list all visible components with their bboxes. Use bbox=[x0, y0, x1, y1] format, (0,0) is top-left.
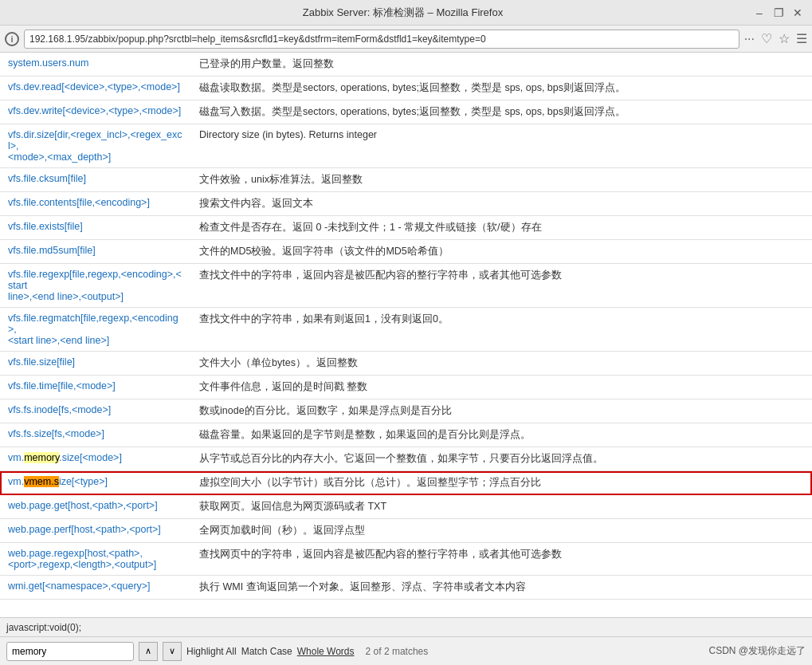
item-key[interactable]: vfs.file.md5sum[file] bbox=[0, 240, 191, 264]
find-next-button[interactable]: ∨ bbox=[163, 642, 182, 661]
bookmark-button[interactable]: ♡ bbox=[761, 31, 772, 46]
item-key[interactable]: vfs.dev.read[<device>,<type>,<mode>] bbox=[0, 77, 191, 100]
table-row: vfs.file.md5sum[file]文件的MD5校验。返回字符串（该文件的… bbox=[0, 240, 812, 264]
match-case-label[interactable]: Match Case bbox=[241, 646, 292, 657]
url-input[interactable] bbox=[24, 30, 739, 49]
table-row: vfs.file.regmatch[file,regexp,<encoding>… bbox=[0, 308, 812, 352]
item-key[interactable]: vfs.fs.inode[fs,<mode>] bbox=[0, 399, 191, 423]
watermark: CSDN @发现你走远了 bbox=[708, 644, 806, 658]
item-desc: Directory size (in bytes). Returns integ… bbox=[191, 124, 812, 168]
table-row: vfs.file.exists[file]检查文件是否存在。返回 0 -未找到文… bbox=[0, 216, 812, 240]
table-row: vm.vmem.size[<type>]虚拟空间大小（以字节计）或百分比（总计）… bbox=[0, 471, 812, 495]
item-key[interactable]: vfs.dir.size[dir,<regex_incl>,<regex_exc… bbox=[0, 124, 191, 168]
item-key[interactable]: web.page.perf[host,<path>,<port>] bbox=[0, 519, 191, 543]
addressbar-actions: ··· ♡ ☆ ☰ bbox=[744, 31, 807, 46]
item-desc: 磁盘读取数据。类型是sectors, operations, bytes;返回整… bbox=[191, 77, 812, 100]
item-desc: 执行 WMI 查询返回第一个对象。返回整形、浮点、字符串或者文本内容 bbox=[191, 576, 812, 600]
match-count: 2 of 2 matches bbox=[366, 646, 429, 657]
whole-words-label[interactable]: Whole Words bbox=[297, 646, 355, 657]
table-row: vfs.file.contents[file,<encoding>]搜索文件内容… bbox=[0, 192, 812, 216]
item-desc: 磁盘容量。如果返回的是字节则是整数，如果返回的是百分比则是浮点。 bbox=[191, 423, 812, 447]
table-row: vfs.file.time[file,<mode>]文件事件信息，返回的是时间戳… bbox=[0, 376, 812, 399]
highlight-all-label[interactable]: Highlight All bbox=[186, 646, 237, 657]
table-row: system.users.num已登录的用户数量。返回整数 bbox=[0, 53, 812, 77]
table-row: vfs.file.size[file]文件大小（单位bytes）。返回整数 bbox=[0, 352, 812, 376]
item-desc: 查找文件中的字符串，如果有则返回1，没有则返回0。 bbox=[191, 308, 812, 352]
minimize-button[interactable]: – bbox=[751, 5, 767, 21]
item-desc: 从字节或总百分比的内存大小。它返回一个整数值，如果字节，只要百分比返回浮点值。 bbox=[191, 447, 812, 471]
more-options-button[interactable]: ··· bbox=[744, 32, 755, 46]
titlebar: Zabbix Server: 标准检测器 – Mozilla Firefox –… bbox=[0, 0, 812, 26]
table-row: vfs.dir.size[dir,<regex_incl>,<regex_exc… bbox=[0, 124, 812, 168]
item-key[interactable]: vfs.file.contents[file,<encoding>] bbox=[0, 192, 191, 216]
item-desc: 文件的MD5校验。返回字符串（该文件的MD5哈希值） bbox=[191, 240, 812, 264]
findbar: ∧ ∨ Highlight All Match Case Whole Words… bbox=[0, 636, 812, 665]
item-key[interactable]: system.users.num bbox=[0, 53, 191, 77]
item-key[interactable]: web.page.regexp[host,<path>, <port>,rege… bbox=[0, 543, 191, 576]
table-row: vfs.dev.read[<device>,<type>,<mode>]磁盘读取… bbox=[0, 77, 812, 100]
table-row: vfs.dev.write[<device>,<type>,<mode>]磁盘写… bbox=[0, 100, 812, 124]
addressbar: i ··· ♡ ☆ ☰ bbox=[0, 26, 812, 53]
item-desc: 虚拟空间大小（以字节计）或百分比（总计）。返回整型字节；浮点百分比 bbox=[191, 471, 812, 495]
window-title: Zabbix Server: 标准检测器 – Mozilla Firefox bbox=[54, 6, 751, 20]
item-desc: 磁盘写入数据。类型是sectors, operations, bytes;返回整… bbox=[191, 100, 812, 124]
restore-button[interactable]: ❐ bbox=[771, 5, 787, 21]
item-key[interactable]: vfs.fs.size[fs,<mode>] bbox=[0, 423, 191, 447]
items-table: system.users.num已登录的用户数量。返回整数vfs.dev.rea… bbox=[0, 53, 812, 600]
item-desc: 文件效验，unix标准算法。返回整数 bbox=[191, 168, 812, 192]
find-prev-button[interactable]: ∧ bbox=[139, 642, 158, 661]
item-desc: 获取网页。返回信息为网页源码或者 TXT bbox=[191, 495, 812, 519]
status-text: javascript:void(0); bbox=[6, 622, 81, 633]
table-row: web.page.perf[host,<path>,<port>]全网页加载时间… bbox=[0, 519, 812, 543]
item-key[interactable]: vfs.dev.write[<device>,<type>,<mode>] bbox=[0, 100, 191, 124]
content-area: system.users.num已登录的用户数量。返回整数vfs.dev.rea… bbox=[0, 53, 812, 617]
menu-button[interactable]: ☰ bbox=[796, 31, 807, 46]
item-key[interactable]: vfs.file.size[file] bbox=[0, 352, 191, 376]
item-desc: 全网页加载时间（秒）。返回浮点型 bbox=[191, 519, 812, 543]
item-key[interactable]: vfs.file.regmatch[file,regexp,<encoding>… bbox=[0, 308, 191, 352]
item-key[interactable]: vm.vmem.size[<type>] bbox=[0, 471, 191, 495]
table-row: web.page.get[host,<path>,<port>]获取网页。返回信… bbox=[0, 495, 812, 519]
window-controls: – ❐ ✕ bbox=[751, 5, 806, 21]
item-key[interactable]: vfs.file.time[file,<mode>] bbox=[0, 376, 191, 399]
find-input[interactable] bbox=[6, 642, 134, 661]
item-key[interactable]: web.page.get[host,<path>,<port>] bbox=[0, 495, 191, 519]
item-desc: 文件事件信息，返回的是时间戳 整数 bbox=[191, 376, 812, 399]
table-row: vfs.fs.size[fs,<mode>]磁盘容量。如果返回的是字节则是整数，… bbox=[0, 423, 812, 447]
item-desc: 检查文件是否存在。返回 0 -未找到文件；1 - 常规文件或链接（软/硬）存在 bbox=[191, 216, 812, 240]
item-key[interactable]: vfs.file.exists[file] bbox=[0, 216, 191, 240]
table-row: vfs.file.regexp[file,regexp,<encoding>,<… bbox=[0, 264, 812, 308]
table-row: web.page.regexp[host,<path>, <port>,rege… bbox=[0, 543, 812, 576]
item-desc: 搜索文件内容。返回文本 bbox=[191, 192, 812, 216]
close-button[interactable]: ✕ bbox=[790, 5, 806, 21]
item-desc: 查找文件中的字符串，返回内容是被匹配内容的整行字符串，或者其他可选参数 bbox=[191, 264, 812, 308]
item-desc: 已登录的用户数量。返回整数 bbox=[191, 53, 812, 77]
item-key[interactable]: vfs.file.regexp[file,regexp,<encoding>,<… bbox=[0, 264, 191, 308]
item-key[interactable]: vm.memory.size[<mode>] bbox=[0, 447, 191, 471]
item-key[interactable]: vfs.file.cksum[file] bbox=[0, 168, 191, 192]
table-row: vm.memory.size[<mode>]从字节或总百分比的内存大小。它返回一… bbox=[0, 447, 812, 471]
table-row: wmi.get[<namespace>,<query>]执行 WMI 查询返回第… bbox=[0, 576, 812, 600]
item-desc: 数或inode的百分比。返回数字，如果是浮点则是百分比 bbox=[191, 399, 812, 423]
table-row: vfs.file.cksum[file]文件效验，unix标准算法。返回整数 bbox=[0, 168, 812, 192]
item-key[interactable]: wmi.get[<namespace>,<query>] bbox=[0, 576, 191, 600]
table-row: vfs.fs.inode[fs,<mode>]数或inode的百分比。返回数字，… bbox=[0, 399, 812, 423]
bookmark-filled-button[interactable]: ☆ bbox=[779, 31, 790, 46]
info-icon[interactable]: i bbox=[5, 32, 19, 46]
statusbar: javascript:void(0); bbox=[0, 617, 812, 636]
item-desc: 文件大小（单位bytes）。返回整数 bbox=[191, 352, 812, 376]
item-desc: 查找网页中的字符串，返回内容是被匹配内容的整行字符串，或者其他可选参数 bbox=[191, 543, 812, 576]
